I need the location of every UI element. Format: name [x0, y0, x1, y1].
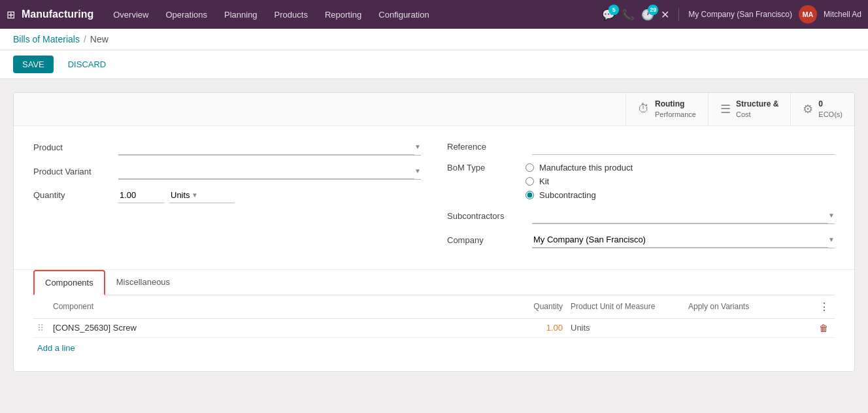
clock-badge: 29: [648, 5, 658, 15]
tabs-section: Components Miscellaneous: [14, 269, 854, 295]
bom-type-label: BoM Type: [447, 163, 526, 173]
th-options[interactable]: ⋮: [815, 295, 835, 319]
form-right-col: Reference BoM Type Manufacture this prod…: [447, 139, 835, 256]
nav-overview[interactable]: Overview: [105, 6, 156, 24]
quantity-cell[interactable]: 1.00: [501, 318, 567, 337]
subcontractors-select-wrapper: ▼: [532, 208, 835, 224]
eco-btn[interactable]: ⚙ 0 ECO(s): [790, 93, 854, 125]
reference-input[interactable]: [532, 139, 835, 155]
drag-handle-icon[interactable]: ⠿: [37, 323, 44, 333]
avatar[interactable]: MA: [799, 5, 817, 24]
bom-type-kit-option[interactable]: Kit: [526, 176, 633, 186]
form-card: ⏱ Routing Performance ☰ Structure & Cost…: [13, 92, 855, 372]
th-drag: [33, 295, 49, 319]
chat-icon-btn[interactable]: 💬 5: [602, 8, 615, 21]
structure-label: Structure & Cost: [736, 99, 778, 119]
subcontractors-label: Subcontractors: [447, 211, 526, 221]
company-input[interactable]: My Company (San Francisco): [532, 232, 828, 248]
th-quantity: Quantity: [501, 295, 567, 319]
product-variant-input[interactable]: [118, 163, 414, 179]
product-label: Product: [33, 142, 112, 152]
reference-group: Reference: [447, 139, 835, 155]
uom-cell[interactable]: Units: [567, 318, 684, 337]
bom-type-kit-label: Kit: [539, 176, 549, 186]
quantity-input[interactable]: 1.00: [118, 188, 164, 203]
product-dropdown-arrow: ▼: [414, 143, 421, 150]
table-row: ⠿ [CONS_25630] Screw 1.00 Units 🗑: [33, 318, 835, 337]
form-left-col: Product ▼ Product Variant ▼ Quantity: [33, 139, 421, 256]
product-select-wrapper: ▼: [118, 139, 421, 156]
nav-products[interactable]: Products: [267, 6, 316, 24]
table-section: Component Quantity Product Unit of Measu…: [14, 295, 854, 371]
variant-dropdown-arrow: ▼: [414, 167, 421, 174]
action-bar: SAVE DISCARD: [0, 50, 868, 79]
variants-cell: [684, 318, 815, 337]
save-button[interactable]: SAVE: [13, 56, 54, 73]
nav-operations[interactable]: Operations: [158, 6, 215, 24]
th-component: Component: [49, 295, 501, 319]
top-navigation: ⊞ Manufacturing Overview Operations Plan…: [0, 0, 868, 29]
company-select-wrapper: My Company (San Francisco) ▼: [532, 232, 835, 248]
eco-icon: ⚙: [803, 102, 813, 116]
product-group: Product ▼: [33, 139, 421, 156]
delete-row-icon[interactable]: 🗑: [819, 323, 828, 333]
structure-icon: ☰: [720, 102, 731, 116]
top-actions: 💬 5 📞 🕐 29 ✕ My Company (San Francisco) …: [602, 5, 861, 24]
reference-label: Reference: [447, 142, 526, 152]
bom-type-manufacture-label: Manufacture this product: [539, 163, 633, 173]
bom-type-subcontracting-option[interactable]: Subcontracting: [526, 190, 633, 200]
nav-reporting[interactable]: Reporting: [317, 6, 369, 24]
drag-handle-cell: ⠿: [33, 318, 49, 337]
quantity-label: Quantity: [33, 190, 112, 200]
breadcrumb: Bills of Materials / New: [0, 29, 868, 50]
company-dropdown-arrow: ▼: [828, 236, 835, 243]
nav-planning[interactable]: Planning: [216, 6, 265, 24]
bom-type-manufacture-radio[interactable]: [526, 163, 534, 172]
th-variants: Apply on Variants: [684, 295, 815, 319]
nav-configuration[interactable]: Configuration: [371, 6, 437, 24]
column-options-icon[interactable]: ⋮: [819, 301, 829, 312]
bom-type-kit-radio[interactable]: [526, 177, 534, 186]
routing-label: Routing Performance: [655, 99, 696, 119]
routing-icon: ⏱: [638, 102, 650, 116]
subcontractors-input[interactable]: [532, 208, 828, 223]
component-cell[interactable]: [CONS_25630] Screw: [49, 318, 501, 337]
table-header-row: Component Quantity Product Unit of Measu…: [33, 295, 835, 319]
unit-dropdown-arrow: ▼: [192, 191, 198, 199]
main-content: ⏱ Routing Performance ☰ Structure & Cost…: [0, 79, 868, 385]
tab-list: Components Miscellaneous: [33, 270, 835, 295]
subcontractors-group: Subcontractors ▼: [447, 208, 835, 224]
form-body: Product ▼ Product Variant ▼ Quantity: [14, 126, 854, 269]
breadcrumb-parent[interactable]: Bills of Materials: [13, 34, 80, 44]
bom-type-subcontracting-radio[interactable]: [526, 191, 534, 199]
smart-buttons-row: ⏱ Routing Performance ☰ Structure & Cost…: [14, 93, 854, 126]
close-icon-btn[interactable]: ✕: [661, 8, 669, 21]
unit-select-wrapper: Units ▼: [169, 188, 235, 203]
product-variant-label: Product Variant: [33, 167, 112, 176]
bom-type-subcontracting-label: Subcontracting: [539, 190, 596, 200]
nav-menu: Overview Operations Planning Products Re…: [105, 6, 602, 24]
structure-cost-btn[interactable]: ☰ Structure & Cost: [708, 93, 790, 125]
quantity-input-group: 1.00 Units ▼: [118, 188, 235, 203]
grid-icon[interactable]: ⊞: [7, 8, 15, 21]
th-uom: Product Unit of Measure: [567, 295, 684, 319]
username: Mitchell Ad: [824, 10, 861, 19]
add-line-button[interactable]: Add a line: [33, 338, 79, 358]
clock-icon-btn[interactable]: 🕐 29: [641, 8, 654, 21]
app-brand[interactable]: Manufacturing: [22, 8, 93, 20]
tab-miscellaneous[interactable]: Miscellaneous: [105, 270, 181, 295]
breadcrumb-separator: /: [84, 34, 86, 44]
product-input[interactable]: [118, 139, 414, 155]
routing-performance-btn[interactable]: ⏱ Routing Performance: [626, 93, 708, 125]
phone-icon-btn[interactable]: 📞: [622, 8, 635, 21]
company-label: Company: [447, 235, 526, 245]
chat-badge: 5: [609, 5, 619, 15]
bom-type-manufacture-option[interactable]: Manufacture this product: [526, 163, 633, 173]
subcontractors-dropdown-arrow: ▼: [828, 212, 835, 219]
eco-label: 0 ECO(s): [818, 99, 843, 119]
discard-button[interactable]: DISCARD: [59, 56, 116, 73]
tab-components[interactable]: Components: [33, 270, 105, 295]
unit-select[interactable]: Units: [169, 188, 192, 203]
bom-type-radio-group: Manufacture this product Kit Subcontract…: [526, 163, 633, 200]
company-name: My Company (San Francisco): [688, 10, 792, 19]
